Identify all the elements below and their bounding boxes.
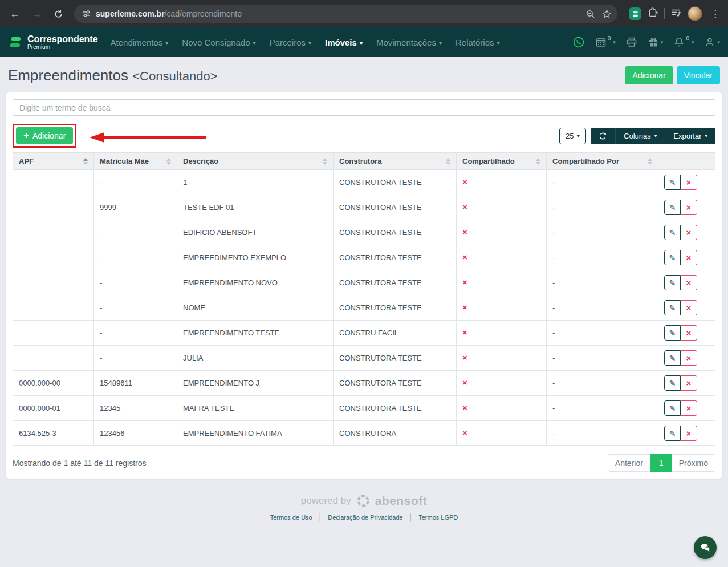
refresh-button[interactable] [591,128,615,144]
cell-compartilhado: × [457,195,547,220]
delete-button[interactable]: × [681,275,697,290]
delete-button[interactable]: × [681,250,697,265]
nav-item-1[interactable]: Novo Consignado▾ [182,38,255,47]
not-shared-icon: × [462,202,467,212]
cell-descricao: EMPREENDIMENTO NOVO [177,270,334,295]
column-header-0[interactable]: APF [13,153,94,170]
cell-actions: ✎× [658,295,715,321]
link-separator: │ [409,513,413,521]
edit-button[interactable]: ✎ [664,225,681,240]
cell-actions: ✎× [658,245,715,270]
cell-apf [13,346,94,371]
notifications-button[interactable]: 0 ▾ [673,37,694,48]
site-info-icon[interactable] [82,9,91,18]
footer-link-2[interactable]: Termos LGPD [418,514,458,521]
whatsapp-button[interactable] [572,36,585,48]
nav-item-0[interactable]: Atendimentos▾ [111,38,169,47]
cell-matricula_mae: - [94,220,177,245]
previous-page-button[interactable]: Anterior [608,454,650,472]
edit-button[interactable]: ✎ [664,300,681,315]
profile-avatar[interactable] [688,6,702,21]
notifications-count: 0 [686,35,689,42]
page-1-button[interactable]: 1 [650,454,672,472]
not-shared-icon: × [462,302,467,312]
column-header-3[interactable]: Construtora [334,153,457,170]
delete-button[interactable]: × [681,300,697,315]
delete-button[interactable]: × [681,426,697,441]
footer-link-1[interactable]: Declaração de Privacidade [328,514,402,521]
edit-button[interactable]: ✎ [664,325,681,341]
search-input[interactable] [13,99,715,116]
url-domain: superleme.com.br [96,9,165,18]
footer-link-0[interactable]: Termos de Uso [270,514,312,521]
columns-button[interactable]: Colunas ▾ [615,128,665,144]
cell-descricao: 1 [177,170,334,195]
edit-button[interactable]: ✎ [664,426,681,441]
edit-button[interactable]: ✎ [664,350,681,366]
nav-item-3[interactable]: Imóveis▾ [325,38,363,47]
cell-apf: 6134.525-3 [13,421,94,446]
adicionar-button[interactable]: Adicionar [625,66,673,84]
forward-button[interactable]: → [27,5,46,23]
calendar-button[interactable]: 0 ▾ [595,37,616,48]
reload-icon [54,9,63,19]
edit-button[interactable]: ✎ [664,275,681,290]
edit-button[interactable]: ✎ [664,375,681,391]
column-header-4[interactable]: Compartilhado [457,153,547,170]
footer-links: Termos de Uso│Declaração de Privacidade│… [0,513,728,521]
edit-button[interactable]: ✎ [664,200,681,215]
address-bar[interactable]: superleme.com.br/cad/empreendimento [74,5,617,23]
print-button[interactable] [626,37,637,48]
zoom-level-icon[interactable] [585,9,595,19]
cell-descricao: MAFRA TESTE [177,396,334,421]
page-mode: <Consultando> [132,69,217,83]
delete-button[interactable]: × [681,350,697,366]
extensions-puzzle-icon[interactable] [647,7,658,21]
column-header-2[interactable]: Descrição [177,153,334,170]
gifts-button[interactable]: ▾ [648,37,664,48]
cell-compartilhado: × [457,371,547,396]
delete-button[interactable]: × [681,325,697,341]
next-page-button[interactable]: Próximo [672,454,715,472]
cell-compartilhado-por: - [547,346,658,371]
chat-fab-button[interactable] [694,536,717,559]
vincular-button[interactable]: Vincular [677,66,720,84]
delete-button[interactable]: × [681,200,697,215]
chevron-down-icon: ▾ [661,39,664,45]
calendar-icon [595,37,607,48]
pencil-icon: ✎ [669,303,676,313]
edit-button[interactable]: ✎ [664,400,681,416]
chevron-down-icon: ▾ [360,40,363,46]
column-header-1[interactable]: Matrícula Mãe [94,153,177,170]
cell-descricao: TESTE EDF 01 [177,195,334,220]
pencil-icon: ✎ [669,404,676,413]
cell-matricula_mae: 9999 [94,195,177,220]
powered-by-text: powered by [301,495,351,507]
delete-button[interactable]: × [681,375,697,391]
add-record-button[interactable]: + Adicionar [16,127,73,144]
nav-item-5[interactable]: Relatórios▾ [455,38,500,47]
reload-button[interactable] [49,5,67,23]
superleme-extension-icon[interactable] [629,7,641,20]
chevron-down-icon: ▾ [577,133,580,139]
delete-button[interactable]: × [681,400,697,416]
bookmark-star-icon[interactable] [602,9,612,19]
page-size-select[interactable]: 25 ▾ [559,128,586,144]
browser-menu-icon[interactable]: ⋮ [708,8,722,20]
cell-descricao: EMPREEDIMENTO EXEMPLO [177,245,334,270]
close-icon: × [686,378,692,388]
user-menu-button[interactable]: ▾ [704,37,720,48]
delete-button[interactable]: × [681,225,697,240]
nav-item-4[interactable]: Movimentações▾ [376,38,442,47]
edit-button[interactable]: ✎ [664,250,681,265]
media-controls-icon[interactable] [670,7,682,21]
close-icon: × [686,278,692,287]
column-header-5[interactable]: Compartilhado Por [547,153,658,170]
brand-logo[interactable]: Correspondente Premium [8,35,98,50]
nav-item-2[interactable]: Parceiros▾ [270,38,311,47]
edit-button[interactable]: ✎ [664,175,681,190]
export-button[interactable]: Exportar ▾ [665,128,715,144]
delete-button[interactable]: × [681,175,697,190]
back-button[interactable]: ← [6,5,24,23]
brand-title: Correspondente [27,35,98,44]
